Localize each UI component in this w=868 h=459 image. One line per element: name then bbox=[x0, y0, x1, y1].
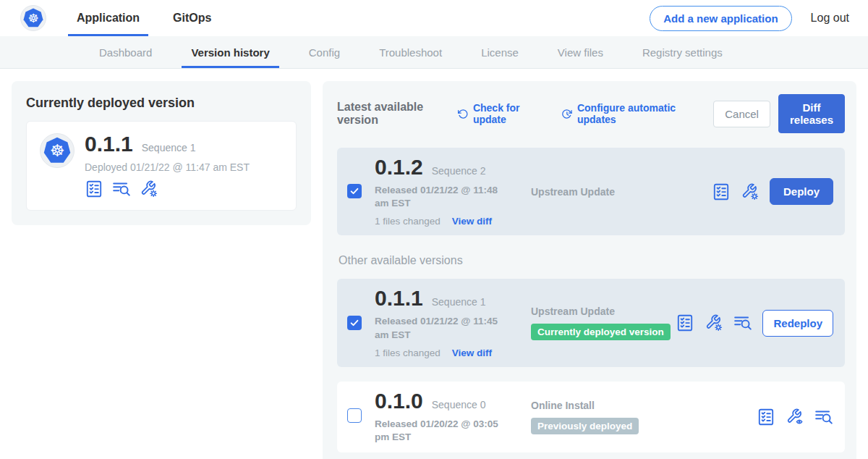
version-row-0-1-1: 0.1.1 Sequence 1 Released 01/21/22 @ 11:… bbox=[337, 279, 845, 366]
configure-updates-label: Configure automatic updates bbox=[577, 102, 693, 125]
version-number: 0.1.0 bbox=[375, 390, 423, 412]
subtab-license[interactable]: License bbox=[461, 36, 538, 68]
config-wrench-gear-icon[interactable] bbox=[705, 313, 723, 332]
version-row-0-1-0: 0.1.0 Sequence 0 Released 01/20/22 @ 03:… bbox=[337, 382, 845, 452]
subtab-view-files[interactable]: View files bbox=[538, 36, 623, 68]
check-for-update-label: Check for update bbox=[473, 102, 541, 125]
deployed-panel-title: Currently deployed version bbox=[26, 96, 297, 111]
top-nav-tabs: Application GitOps bbox=[68, 0, 236, 36]
subtab-version-history[interactable]: Version history bbox=[171, 36, 289, 68]
deploy-logs-icon[interactable] bbox=[733, 313, 752, 332]
released-timestamp: Released 01/21/22 @ 11:45 am EST bbox=[375, 315, 514, 341]
version-sequence: Sequence 1 bbox=[432, 296, 486, 308]
version-checkbox[interactable] bbox=[347, 408, 362, 423]
files-changed-label: 1 files changed bbox=[375, 348, 441, 358]
diff-releases-button[interactable]: Diff releases bbox=[778, 94, 845, 133]
version-number: 0.1.2 bbox=[375, 156, 423, 178]
deploy-logs-icon[interactable] bbox=[814, 408, 833, 426]
tab-application[interactable]: Application bbox=[68, 0, 148, 36]
currently-deployed-badge: Currently deployed version bbox=[531, 324, 671, 340]
version-source-label: Upstream Update bbox=[531, 186, 615, 198]
deployed-version-card: ☸ 0.1.1 Sequence 1 Deployed 01/21/22 @ 1… bbox=[26, 121, 297, 211]
cancel-button[interactable]: Cancel bbox=[713, 101, 770, 127]
released-timestamp: Released 01/20/22 @ 03:05 pm EST bbox=[375, 418, 514, 444]
logout-button[interactable]: Log out bbox=[811, 12, 849, 25]
latest-available-title: Latest available version bbox=[337, 101, 446, 127]
deploy-logs-icon[interactable] bbox=[112, 180, 131, 198]
config-wrench-eye-icon[interactable] bbox=[786, 408, 804, 426]
version-sequence: Sequence 0 bbox=[432, 399, 486, 410]
check-for-update-link[interactable]: Check for update bbox=[457, 102, 541, 125]
view-diff-link[interactable]: View diff bbox=[452, 348, 492, 358]
release-notes-icon[interactable] bbox=[757, 408, 775, 426]
deploy-button[interactable]: Deploy bbox=[770, 178, 833, 205]
subtab-troubleshoot[interactable]: Troubleshoot bbox=[359, 36, 461, 68]
redeploy-button[interactable]: Redeploy bbox=[762, 310, 833, 337]
tab-gitops[interactable]: GitOps bbox=[164, 0, 220, 36]
version-source-label: Upstream Update bbox=[531, 306, 615, 317]
version-checkbox[interactable] bbox=[347, 316, 362, 330]
top-nav-right: Add a new application Log out bbox=[650, 0, 849, 36]
currently-deployed-panel: Currently deployed version ☸ 0.1.1 Seque… bbox=[12, 81, 311, 225]
version-row-0-1-2: 0.1.2 Sequence 2 Released 01/21/22 @ 11:… bbox=[337, 148, 845, 235]
app-sub-nav: Dashboard Version history Config Trouble… bbox=[0, 36, 868, 69]
release-notes-icon[interactable] bbox=[85, 180, 103, 198]
deployed-sequence-label: Sequence 1 bbox=[142, 142, 196, 153]
other-versions-title: Other available versions bbox=[339, 254, 845, 267]
deployed-timestamp: Deployed 01/21/22 @ 11:47 am EST bbox=[85, 161, 250, 173]
released-timestamp: Released 01/21/22 @ 11:48 am EST bbox=[375, 184, 514, 210]
release-notes-icon[interactable] bbox=[712, 182, 731, 201]
deployed-version-number: 0.1.1 bbox=[85, 133, 133, 155]
version-number: 0.1.1 bbox=[375, 287, 423, 309]
configure-updates-link[interactable]: Configure automatic updates bbox=[561, 102, 693, 125]
refresh-icon bbox=[457, 107, 469, 121]
config-wrench-gear-icon[interactable] bbox=[741, 182, 760, 201]
available-panel-header: Latest available version Check for updat… bbox=[337, 94, 845, 133]
previously-deployed-badge: Previously deployed bbox=[531, 418, 639, 434]
version-sequence: Sequence 2 bbox=[432, 165, 486, 177]
version-checkbox[interactable] bbox=[347, 184, 362, 198]
kubernetes-logo-icon: ☸ bbox=[20, 5, 46, 31]
subtab-dashboard[interactable]: Dashboard bbox=[80, 36, 171, 68]
clock-refresh-icon bbox=[561, 107, 573, 121]
main-content: Currently deployed version ☸ 0.1.1 Seque… bbox=[0, 69, 868, 459]
subtab-registry-settings[interactable]: Registry settings bbox=[623, 36, 742, 68]
config-wrench-gear-icon[interactable] bbox=[140, 180, 158, 198]
admin-console: ☸ Application GitOps Add a new applicati… bbox=[0, 0, 868, 459]
add-application-button[interactable]: Add a new application bbox=[650, 6, 791, 31]
available-versions-panel: Latest available version Check for updat… bbox=[323, 81, 856, 459]
app-logo-icon: ☸ bbox=[40, 133, 75, 168]
files-changed-label: 1 files changed bbox=[375, 216, 441, 227]
version-source-label: Online Install bbox=[531, 400, 595, 411]
subtab-config[interactable]: Config bbox=[289, 36, 359, 68]
release-notes-icon[interactable] bbox=[676, 313, 694, 332]
view-diff-link[interactable]: View diff bbox=[452, 216, 492, 227]
top-nav-bar: ☸ Application GitOps Add a new applicati… bbox=[0, 0, 868, 36]
